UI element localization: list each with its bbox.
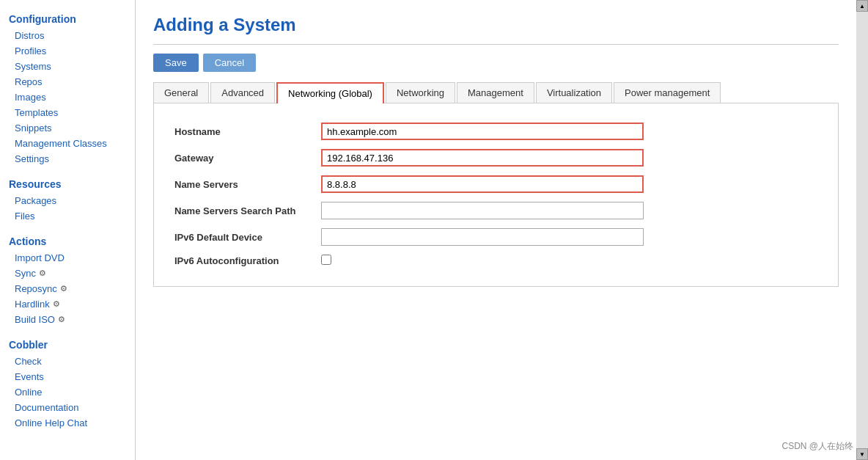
sidebar-item-hardlink[interactable]: Hardlink⚙ [0, 296, 135, 312]
form-panel: HostnameGatewayName ServersName Servers … [153, 103, 839, 287]
sidebar-item-documentation[interactable]: Documentation [0, 400, 135, 415]
actions-section-title: Actions [0, 230, 135, 250]
sidebar-item-online-help-chat[interactable]: Online Help Chat [0, 415, 135, 431]
form-row-hostname: Hostname [169, 118, 823, 145]
sidebar-item-events[interactable]: Events [0, 369, 135, 384]
form-row-ipv6-default-device: IPv6 Default Device [169, 224, 823, 250]
form-table: HostnameGatewayName ServersName Servers … [169, 118, 823, 271]
main-content: Adding a System Save Cancel GeneralAdvan… [136, 0, 856, 460]
save-button[interactable]: Save [153, 54, 199, 72]
resources-section-title: Resources [0, 172, 135, 193]
scroll-up-button[interactable]: ▲ [856, 0, 868, 12]
build-iso-gear-icon: ⚙ [58, 315, 65, 324]
form-row-name-servers-search-path: Name Servers Search Path [169, 197, 823, 224]
tabs-bar: GeneralAdvancedNetworking (Global)Networ… [153, 82, 839, 103]
sidebar-item-check[interactable]: Check [0, 354, 135, 369]
scroll-down-button[interactable]: ▼ [856, 448, 868, 460]
cobbler-section-title: Cobbler [0, 333, 135, 354]
label-gateway: Gateway [169, 145, 315, 171]
title-divider [153, 44, 839, 45]
input-hostname[interactable] [321, 123, 644, 140]
action-buttons: Save Cancel [153, 54, 839, 72]
tab-management[interactable]: Management [457, 82, 534, 103]
tab-power-management[interactable]: Power management [614, 82, 721, 103]
sidebar-item-sync[interactable]: Sync⚙ [0, 266, 135, 281]
sidebar-item-repos[interactable]: Repos [0, 74, 135, 90]
input-ipv6-default-device[interactable] [321, 228, 644, 246]
sidebar-item-snippets[interactable]: Snippets [0, 120, 135, 136]
sidebar-item-files[interactable]: Files [0, 208, 135, 224]
scrollbar: ▲ ▼ [856, 0, 868, 460]
input-name-servers[interactable] [321, 175, 644, 193]
reposync-gear-icon: ⚙ [60, 284, 67, 293]
sidebar-item-online[interactable]: Online [0, 384, 135, 400]
tab-networking[interactable]: Networking [386, 82, 455, 103]
sidebar-item-systems[interactable]: Systems [0, 59, 135, 74]
sidebar-item-images[interactable]: Images [0, 90, 135, 105]
sidebar: Configuration DistrosProfilesSystemsRepo… [0, 0, 136, 460]
sidebar-item-import-dvd[interactable]: Import DVD [0, 250, 135, 266]
hardlink-gear-icon: ⚙ [53, 299, 60, 309]
page-title: Adding a System [153, 15, 839, 35]
form-row-gateway: Gateway [169, 145, 823, 171]
form-row-ipv6-autoconfiguration: IPv6 Autoconfiguration [169, 250, 823, 271]
tab-advanced[interactable]: Advanced [210, 82, 275, 103]
sidebar-item-settings[interactable]: Settings [0, 151, 135, 167]
watermark: CSDN @人在始终 [781, 440, 853, 453]
label-name-servers-search-path: Name Servers Search Path [169, 197, 315, 224]
input-name-servers-search-path[interactable] [321, 202, 644, 219]
tab-virtualization[interactable]: Virtualization [536, 82, 612, 103]
input-gateway[interactable] [321, 149, 644, 167]
sidebar-item-templates[interactable]: Templates [0, 105, 135, 120]
sidebar-item-reposync[interactable]: Reposync⚙ [0, 281, 135, 296]
label-ipv6-default-device: IPv6 Default Device [169, 224, 315, 250]
label-hostname: Hostname [169, 118, 315, 145]
tab-networking-global[interactable]: Networking (Global) [276, 82, 384, 103]
tab-general[interactable]: General [153, 82, 209, 103]
sidebar-item-build-iso[interactable]: Build ISO⚙ [0, 312, 135, 327]
sidebar-item-profiles[interactable]: Profiles [0, 43, 135, 59]
sync-gear-icon: ⚙ [39, 269, 46, 278]
configuration-section-title: Configuration [0, 7, 135, 28]
sidebar-item-management-classes[interactable]: Management Classes [0, 136, 135, 151]
sidebar-item-packages[interactable]: Packages [0, 193, 135, 208]
input-ipv6-autoconfiguration[interactable] [321, 255, 331, 265]
label-name-servers: Name Servers [169, 171, 315, 197]
sidebar-item-distros[interactable]: Distros [0, 28, 135, 43]
cancel-button[interactable]: Cancel [203, 54, 256, 72]
label-ipv6-autoconfiguration: IPv6 Autoconfiguration [169, 250, 315, 271]
form-row-name-servers: Name Servers [169, 171, 823, 197]
